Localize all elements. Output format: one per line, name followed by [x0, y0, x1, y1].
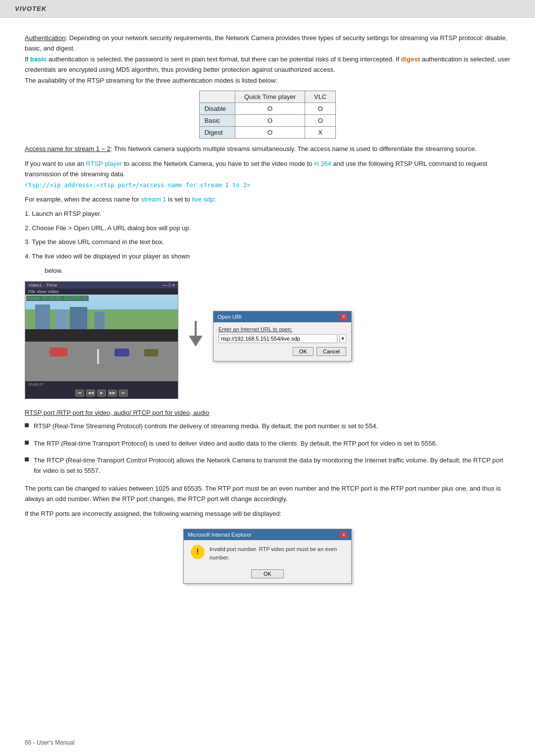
building1	[35, 304, 50, 329]
ie-ok-button[interactable]: OK	[251, 569, 284, 578]
timestamp-overlay: Video 18:58:01 2012/01/26	[26, 296, 89, 301]
step1: 1. Launch an RTSP player.	[25, 209, 510, 219]
bullet-text-rtp: The RTP (Real-time Transport Protocol) i…	[34, 439, 510, 449]
arrow-head	[189, 336, 203, 347]
step3: 3. Type the above URL command in the tex…	[25, 237, 510, 248]
auth-table-col1: Quick Time player	[235, 91, 305, 103]
bullet-text-rtcp: The RTCP (Real-time Transport Control Pr…	[34, 455, 510, 476]
ports-text2-paragraph: If the RTP ports are incorrectly assigne…	[25, 508, 510, 519]
auth-text2-pre: If	[25, 55, 30, 63]
stream1-link: stream 1	[141, 196, 166, 203]
dialog-ok-button[interactable]: OK	[293, 347, 314, 356]
vlc-titlebar: Video1 - Thine — □ ×	[25, 282, 178, 289]
auth-row2-label: Digest	[199, 127, 235, 139]
auth-heading: Authentication	[25, 34, 65, 42]
auth-table-col0	[199, 91, 235, 103]
bullet-text-rtsp: RTSP (Real-Time Streaming Protocol) cont…	[34, 421, 510, 432]
bullet-icon-2	[25, 441, 29, 445]
brand-logo: VIVOTEK	[15, 5, 47, 12]
building3	[70, 307, 87, 329]
road	[25, 342, 178, 381]
table-row: Digest O X	[199, 127, 336, 139]
vlc-play-btn[interactable]: ▶	[97, 390, 106, 397]
ie-error-dialog: Microsoft Internet Explorer × ! Invalid …	[183, 529, 352, 584]
example-pre: For example, when the access name for	[25, 196, 141, 203]
auth-text3: The availability of the RTSP streaming f…	[25, 77, 277, 84]
table-row: Basic O O	[199, 115, 336, 127]
vlc-menu-file: File View Video	[28, 289, 59, 294]
auth-row0-col2: O	[235, 103, 305, 115]
warning-icon: !	[191, 545, 205, 559]
auth-paragraph: Authentication: Depending on your networ…	[25, 33, 510, 86]
auth-table-col2: VLC	[305, 91, 336, 103]
example-post: :	[214, 196, 216, 203]
building2	[55, 309, 67, 329]
car2	[114, 349, 129, 356]
auth-row1-col2: O	[235, 115, 305, 127]
arrow-down	[189, 321, 203, 347]
auth-row1-label: Basic	[199, 115, 235, 127]
step4-below: below.	[45, 266, 510, 276]
ie-button-row: OK	[184, 566, 351, 583]
bullet-item-rtsp: RTSP (Real-Time Streaming Protocol) cont…	[25, 421, 510, 432]
table-row: Disable O O	[199, 103, 336, 115]
rtsp-heading: RTSP port /RTP port for video, audio/ RT…	[25, 409, 510, 416]
step4: 4. The live video will be displayed in y…	[25, 252, 510, 262]
main-content: Authentication: Depending on your networ…	[0, 18, 535, 618]
rtsp-section: RTSP port /RTP port for video, audio/ RT…	[25, 409, 510, 476]
vlc-controls-bar: File View Video	[25, 289, 178, 295]
auth-text2-mid: authentication is selected, the password…	[47, 55, 401, 63]
url-command: rtsp://<ip address>:<rtsp port>/<access …	[25, 182, 250, 189]
digest-word: digest	[401, 55, 420, 63]
rtsp-text2-pre: If you want to use an	[25, 160, 86, 167]
rtsp-text2-mid: to access the Network Camera, you have t…	[122, 160, 314, 167]
header-bar: VIVOTEK	[0, 0, 535, 18]
dialog-buttons: OK Cancel	[218, 347, 346, 356]
ie-titlebar: Microsoft Internet Explorer ×	[184, 529, 351, 540]
bullet-item-rtcp: The RTCP (Real-time Transport Control Pr…	[25, 455, 510, 476]
dialog-url-input[interactable]	[218, 334, 337, 343]
dialog-body: Enter an Internet URL to open: ▼ OK Canc…	[214, 322, 351, 361]
auth-table: Quick Time player VLC Disable O O Basic …	[199, 91, 336, 139]
step4-text: 4. The live video will be displayed in y…	[25, 252, 190, 260]
rtsp-player-paragraph: If you want to use an RTSP player to acc…	[25, 158, 510, 191]
access-name-paragraph: Access name for stream 1 ~ 2: This Netwo…	[25, 144, 510, 154]
auth-row0-label: Disable	[199, 103, 235, 115]
vlc-window: Video1 - Thine — □ × File View Video	[25, 281, 178, 399]
dialog-close-button[interactable]: ×	[340, 313, 347, 320]
arrow-stem	[195, 321, 197, 336]
dialog-titlebar: Open URI ×	[214, 311, 351, 322]
auth-row0-col3: O	[305, 103, 336, 115]
step2: 2. Choose File > Open URL. A URL dialog …	[25, 223, 510, 234]
ports-text1-paragraph: The ports can be changed to values betwe…	[25, 483, 510, 504]
arrow-container	[178, 281, 213, 347]
ie-body: ! Invalid port number. RTP video port mu…	[184, 540, 351, 566]
dialog-title: Open URI	[217, 314, 242, 320]
dropdown-arrow-icon[interactable]: ▼	[339, 334, 346, 343]
example-mid: is set to	[166, 196, 192, 203]
footer-text: 66 - User's Manual	[25, 739, 74, 746]
screenshot-area: Video1 - Thine — □ × File View Video	[25, 281, 510, 399]
access-text1: : This Network camera supports multiple …	[110, 145, 477, 152]
bullet-icon-3	[25, 457, 29, 461]
dialog-label: Enter an Internet URL to open:	[218, 326, 346, 332]
auth-row2-col2: O	[235, 127, 305, 139]
vlc-ff-btn[interactable]: ▶▶	[108, 390, 117, 397]
basic-word: basic	[30, 55, 47, 63]
vlc-title: Video1 - Thine	[28, 283, 57, 288]
rtsp-player-link: RTSP player	[86, 160, 122, 167]
ie-close-button[interactable]: ×	[340, 531, 347, 538]
car3	[144, 349, 158, 356]
auth-text1: : Depending on your network security req…	[25, 34, 507, 52]
road-marking1	[97, 349, 99, 364]
dialog-input-row: ▼	[218, 334, 346, 343]
vlc-bottom-left: 00:00:27	[28, 382, 44, 387]
auth-table-wrapper: Quick Time player VLC Disable O O Basic …	[25, 91, 510, 139]
dialog-cancel-button[interactable]: Cancel	[317, 347, 346, 356]
vlc-rewind-btn[interactable]: ◀◀	[86, 390, 95, 397]
example-paragraph: For example, when the access name for st…	[25, 194, 510, 204]
vlc-prev-btn[interactable]: ⏮	[75, 390, 84, 397]
vlc-next-btn[interactable]: ⏭	[119, 390, 128, 397]
bullet-item-rtp: The RTP (Real-time Transport Protocol) i…	[25, 439, 510, 449]
h264-link: H.264	[314, 160, 331, 167]
